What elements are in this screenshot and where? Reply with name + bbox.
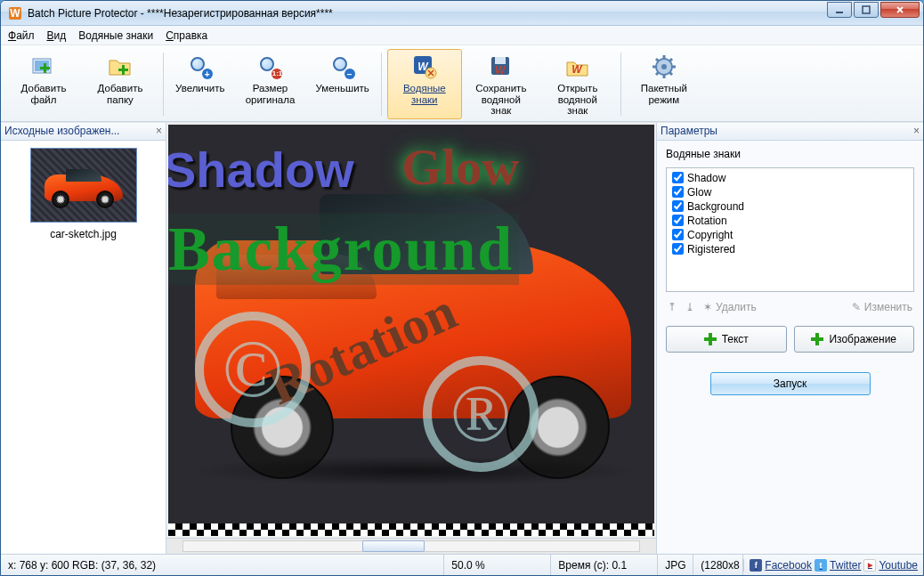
menu-help[interactable]: Справка <box>166 29 207 42</box>
svg-rect-14 <box>495 57 506 64</box>
menubar: Файл Вид Водяные знаки Справка <box>1 26 923 45</box>
status-coords: x: 768 y: 600 RGB: (37, 36, 32) <box>1 555 444 575</box>
thumbnail[interactable] <box>30 148 137 223</box>
close-icon[interactable]: × <box>913 125 920 137</box>
close-button[interactable] <box>880 2 920 18</box>
zoom-in-label: Увеличить <box>175 83 224 94</box>
svg-line-23 <box>656 59 659 61</box>
zoom-out-button[interactable]: − Уменьшить <box>309 49 375 119</box>
twitter-link[interactable]: tTwitter <box>815 559 861 572</box>
preview-canvas[interactable]: Shadow Glow Background Rotation © ® <box>168 125 654 536</box>
add-file-label: Добавить файл <box>12 83 75 105</box>
svg-line-25 <box>669 59 672 61</box>
zoom-out-label: Уменьшить <box>315 83 369 94</box>
add-folder-icon <box>107 53 134 80</box>
menu-view[interactable]: Вид <box>47 29 67 42</box>
add-image-button[interactable]: Изображение <box>794 326 915 353</box>
app-icon: W <box>8 6 22 20</box>
youtube-link[interactable]: ▶Youtube <box>863 559 918 572</box>
preview-area: Shadow Glow Background Rotation © ® <box>166 123 656 554</box>
wm-check-registered[interactable] <box>672 243 684 255</box>
gear-icon <box>651 53 677 80</box>
add-folder-label: Добавить папку <box>89 83 151 105</box>
wm-group-label: Водяные знаки <box>666 148 914 160</box>
wm-background: Background <box>168 214 519 285</box>
svg-rect-3 <box>863 6 870 13</box>
delete-action: ✶ Удалить <box>703 301 757 313</box>
watermarks-button[interactable]: W Водяные знаки <box>387 49 462 119</box>
svg-line-24 <box>669 72 672 75</box>
wm-copyright: © <box>195 312 311 427</box>
move-up-icon: ⤒ <box>668 301 677 313</box>
watermark-list: Shadow Glow Background Rotation Copyrigh… <box>666 167 914 292</box>
close-icon[interactable]: × <box>156 125 162 137</box>
status-format: JPG <box>658 555 693 575</box>
source-panel-header: Исходные изображен... × <box>1 123 166 141</box>
menu-file[interactable]: Файл <box>8 29 35 42</box>
svg-text:W: W <box>571 63 583 76</box>
batch-label: Пакетный режим <box>633 83 695 105</box>
orig-size-button[interactable]: 1:1 Размер оригинала <box>232 49 307 119</box>
source-panel: Исходные изображен... × car-sketch.jpg <box>1 123 166 554</box>
move-down-icon: ⤓ <box>685 301 694 313</box>
toolbar: Добавить файл Добавить папку + Увеличить… <box>1 45 923 122</box>
params-panel: Параметры × Водяные знаки Shadow Glow Ba… <box>656 123 923 554</box>
svg-point-18 <box>661 64 667 69</box>
svg-rect-9 <box>118 69 128 71</box>
plus-icon <box>811 333 823 345</box>
save-wm-icon: W <box>488 53 515 80</box>
minimize-button[interactable] <box>827 2 852 18</box>
svg-line-26 <box>656 72 659 75</box>
open-wm-button[interactable]: W Открыть водяной знак <box>540 49 615 119</box>
checker-strip <box>168 523 654 536</box>
plus-icon <box>704 333 717 345</box>
wm-actions-row: ⤒ ⤓ ✶ Удалить ✎ Изменить <box>666 299 914 313</box>
social-links: fFacebook tTwitter ▶Youtube <box>743 559 923 572</box>
wm-check-glow[interactable] <box>672 186 684 198</box>
save-wm-button[interactable]: W Сохранить водяной знак <box>464 49 539 119</box>
wm-item-registered[interactable]: Rigistered <box>672 243 908 256</box>
horizontal-scrollbar[interactable] <box>166 538 656 554</box>
wm-glow: Glow <box>401 137 519 197</box>
zoom-in-icon: + <box>187 53 214 80</box>
watermarks-icon: W <box>411 53 438 80</box>
wm-shadow: Shadow <box>168 141 354 199</box>
open-wm-icon: W <box>564 53 591 80</box>
status-time: Время (c): 0.1 <box>551 555 658 575</box>
wm-check-background[interactable] <box>672 200 684 212</box>
wm-check-rotation[interactable] <box>672 215 684 226</box>
window-title: Batch Picture Protector - ****Незарегист… <box>28 7 827 20</box>
menu-watermarks[interactable]: Водяные знаки <box>78 29 153 42</box>
titlebar: W Batch Picture Protector - ****Незареги… <box>1 1 923 26</box>
wm-check-shadow[interactable] <box>672 172 684 183</box>
orig-size-label: Размер оригинала <box>239 83 301 105</box>
watermarks-label: Водяные знаки <box>393 83 456 105</box>
add-text-button[interactable]: Текст <box>666 326 787 353</box>
thumbnail-label: car-sketch.jpg <box>50 228 117 240</box>
add-file-button[interactable]: Добавить файл <box>6 49 81 119</box>
thumbnail-list: car-sketch.jpg <box>1 141 166 554</box>
svg-rect-2 <box>836 12 843 13</box>
wm-item-shadow[interactable]: Shadow <box>672 172 908 184</box>
wm-item-rotation[interactable]: Rotation <box>672 215 908 227</box>
wm-item-copyright[interactable]: Copyright <box>672 229 908 241</box>
app-window: W Batch Picture Protector - ****Незареги… <box>0 0 924 576</box>
svg-rect-5 <box>35 61 49 71</box>
zoom-out-icon: − <box>329 53 356 80</box>
svg-text:W: W <box>495 64 507 77</box>
batch-button[interactable]: Пакетный режим <box>627 49 701 119</box>
wm-registered: ® <box>423 356 539 472</box>
add-folder-button[interactable]: Добавить папку <box>83 49 158 119</box>
zoom-in-button[interactable]: + Увеличить <box>169 49 231 119</box>
wm-item-background[interactable]: Background <box>672 200 908 213</box>
status-zoom: 50.0 % <box>444 555 551 575</box>
orig-size-icon: 1:1 <box>256 53 283 80</box>
facebook-link[interactable]: fFacebook <box>750 559 812 572</box>
params-title: Параметры <box>661 125 717 137</box>
statusbar: x: 768 y: 600 RGB: (37, 36, 32) 50.0 % В… <box>1 554 923 575</box>
svg-rect-7 <box>40 67 50 69</box>
run-button[interactable]: Запуск <box>710 372 871 395</box>
wm-check-copyright[interactable] <box>672 229 684 240</box>
maximize-button[interactable] <box>854 2 879 18</box>
wm-item-glow[interactable]: Glow <box>672 186 908 199</box>
